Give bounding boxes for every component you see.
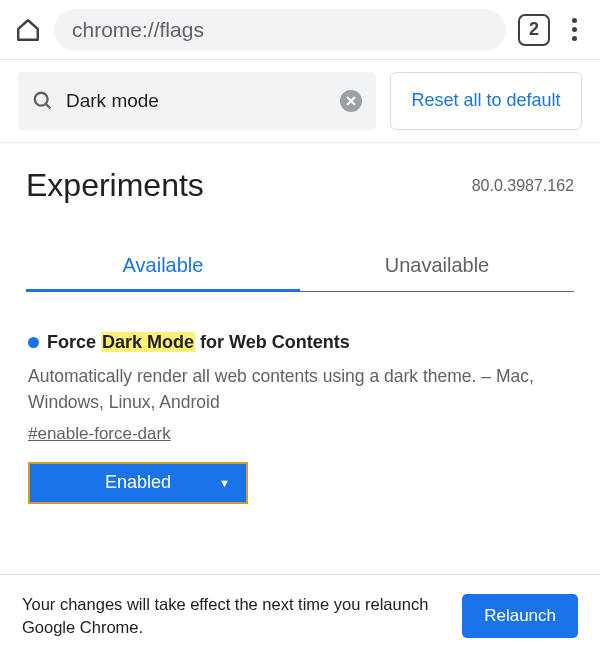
search-row: Reset all to default [0,60,600,143]
address-bar[interactable]: chrome://flags [54,9,506,51]
svg-line-1 [46,104,51,109]
home-icon[interactable] [14,16,42,44]
search-input[interactable] [66,90,328,112]
relaunch-button-label: Relaunch [484,606,556,625]
flag-item: Force Dark Mode for Web Contents Automat… [0,292,600,504]
reset-all-button[interactable]: Reset all to default [390,72,582,130]
relaunch-bar: Your changes will take effect the next t… [0,574,600,657]
url-text: chrome://flags [72,18,204,42]
search-box[interactable] [18,72,376,130]
version-label: 80.0.3987.162 [472,177,574,195]
search-icon [32,90,54,112]
tab-unavailable-label: Unavailable [385,254,490,276]
flag-title-text: Force Dark Mode for Web Contents [47,332,350,353]
flag-dropdown-value: Enabled [105,472,171,493]
reset-all-label: Reset all to default [411,89,560,112]
overflow-menu-icon[interactable] [562,18,586,41]
clear-search-icon[interactable] [340,90,362,112]
tab-count-value: 2 [529,19,539,40]
flag-title: Force Dark Mode for Web Contents [28,332,572,353]
tab-unavailable[interactable]: Unavailable [300,242,574,292]
modified-dot-icon [28,337,39,348]
flag-description: Automatically render all web contents us… [28,363,572,416]
tab-available[interactable]: Available [26,242,300,292]
tab-available-label: Available [123,254,204,276]
title-row: Experiments 80.0.3987.162 [0,143,600,214]
flag-dropdown[interactable]: Enabled ▼ [28,462,248,504]
search-highlight: Dark Mode [101,332,195,352]
browser-top-bar: chrome://flags 2 [0,0,600,60]
tabs: Available Unavailable [26,242,574,292]
flag-hash-link[interactable]: #enable-force-dark [28,424,572,444]
page-title: Experiments [26,167,204,204]
relaunch-message: Your changes will take effect the next t… [22,593,444,639]
relaunch-button[interactable]: Relaunch [462,594,578,638]
chevron-down-icon: ▼ [219,477,230,489]
tab-count-button[interactable]: 2 [518,14,550,46]
svg-point-0 [35,93,48,106]
